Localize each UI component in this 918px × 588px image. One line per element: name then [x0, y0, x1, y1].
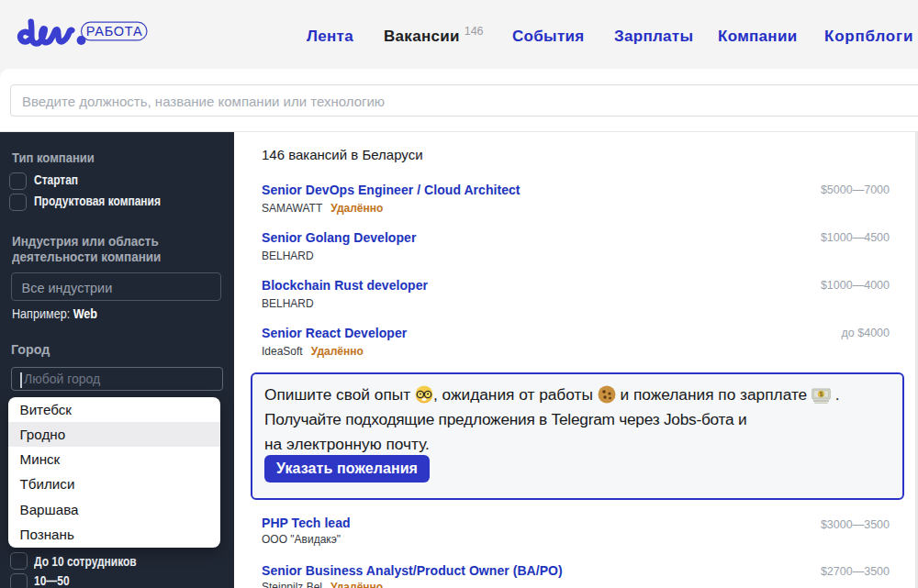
- svg-text:РАБОТА: РАБОТА: [86, 24, 143, 39]
- svg-text:$: $: [820, 391, 823, 398]
